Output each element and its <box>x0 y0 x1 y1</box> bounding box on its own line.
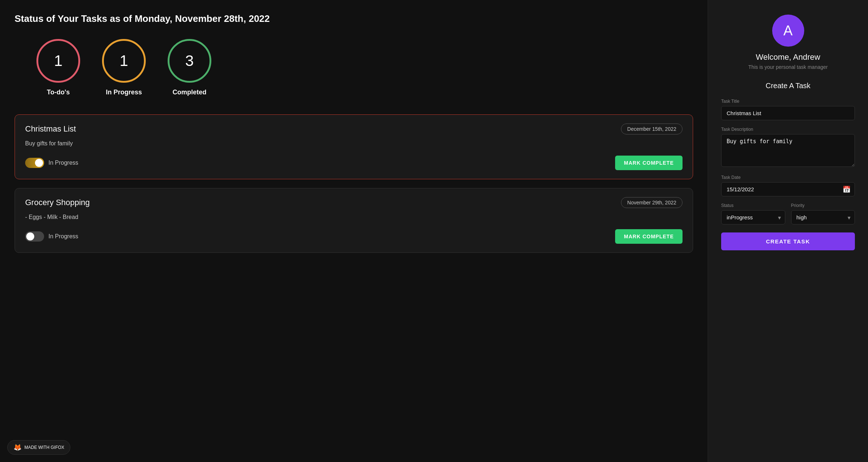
task-1-status-label: In Progress <box>48 160 78 166</box>
priority-group: Priority low medium high <box>791 203 855 224</box>
create-task-title: Create A Task <box>766 82 810 90</box>
gifox-label: MADE WITH GIFOX <box>24 445 64 450</box>
status-select-wrapper: toDo inProgress completed <box>721 210 785 224</box>
task-2-header: Grocery Shopping November 29th, 2022 <box>25 197 683 208</box>
task-2-toggle-thumb <box>26 232 34 240</box>
status-select[interactable]: toDo inProgress completed <box>721 210 785 224</box>
task-1-mark-complete-button[interactable]: MARK COMPLETE <box>615 156 683 170</box>
completed-label: Completed <box>172 89 206 96</box>
task-2-status-area: In Progress <box>25 231 78 242</box>
gifox-badge: 🦊 MADE WITH GIFOX <box>7 440 70 455</box>
task-1-title: Christmas List <box>25 124 76 134</box>
date-input-wrapper: 📅 <box>721 182 855 196</box>
priority-label: Priority <box>791 203 855 208</box>
task-2-toggle-track <box>25 231 44 242</box>
welcome-name: Welcome, Andrew <box>756 52 820 62</box>
create-task-button[interactable]: CREATE TASK <box>721 232 855 250</box>
task-date-input[interactable] <box>721 182 855 196</box>
task-1-toggle-track <box>25 158 44 168</box>
stat-todos: 1 To-do's <box>36 39 80 96</box>
task-1-toggle[interactable] <box>25 158 44 168</box>
task-1-footer: In Progress MARK COMPLETE <box>25 156 683 170</box>
task-description-label: Task Description <box>721 127 855 132</box>
stats-row: 1 To-do's 1 In Progress 3 Completed <box>15 39 693 96</box>
task-2-footer: In Progress MARK COMPLETE <box>25 229 683 244</box>
priority-select-wrapper: low medium high <box>791 210 855 224</box>
task-1-description: Buy gifts for family <box>25 140 683 147</box>
status-label: Status <box>721 203 785 208</box>
task-2-toggle[interactable] <box>25 231 44 242</box>
status-priority-row: Status toDo inProgress completed Priorit… <box>721 203 855 224</box>
status-group: Status toDo inProgress completed <box>721 203 785 224</box>
stat-completed: 3 Completed <box>168 39 211 96</box>
task-2-title: Grocery Shopping <box>25 198 90 207</box>
calendar-icon: 📅 <box>842 185 851 193</box>
task-2-mark-complete-button[interactable]: MARK COMPLETE <box>615 229 683 244</box>
left-panel: Status of Your Tasks as of Monday, Novem… <box>0 0 708 462</box>
task-description-input[interactable]: Buy gifts for family <box>721 134 855 167</box>
completed-circle: 3 <box>168 39 211 83</box>
task-title-group: Task Title <box>721 99 855 120</box>
task-title-input[interactable] <box>721 106 855 120</box>
page-title: Status of Your Tasks as of Monday, Novem… <box>15 13 693 24</box>
stat-inprogress: 1 In Progress <box>102 39 146 96</box>
priority-select[interactable]: low medium high <box>791 210 855 224</box>
todos-circle: 1 <box>36 39 80 83</box>
task-1-toggle-thumb <box>35 159 43 167</box>
task-2-status-label: In Progress <box>48 233 78 240</box>
task-1-status-area: In Progress <box>25 158 78 168</box>
task-1-header: Christmas List December 15th, 2022 <box>25 124 683 134</box>
right-panel: A Welcome, Andrew This is your personal … <box>708 0 868 462</box>
inprogress-circle: 1 <box>102 39 146 83</box>
task-card-2: Grocery Shopping November 29th, 2022 - E… <box>15 188 693 253</box>
inprogress-label: In Progress <box>106 89 142 96</box>
task-1-date: December 15th, 2022 <box>621 124 683 134</box>
task-title-label: Task Title <box>721 99 855 104</box>
task-2-description: - Eggs - Milk - Bread <box>25 214 683 220</box>
avatar: A <box>772 15 804 47</box>
todos-label: To-do's <box>47 89 70 96</box>
task-card-1: Christmas List December 15th, 2022 Buy g… <box>15 114 693 179</box>
task-date-label: Task Date <box>721 175 855 180</box>
task-2-date: November 29th, 2022 <box>621 197 683 208</box>
task-date-group: Task Date 📅 <box>721 175 855 196</box>
gifox-icon: 🦊 <box>13 443 21 451</box>
welcome-subtitle: This is your personal task manager <box>748 64 828 70</box>
task-description-group: Task Description Buy gifts for family <box>721 127 855 168</box>
